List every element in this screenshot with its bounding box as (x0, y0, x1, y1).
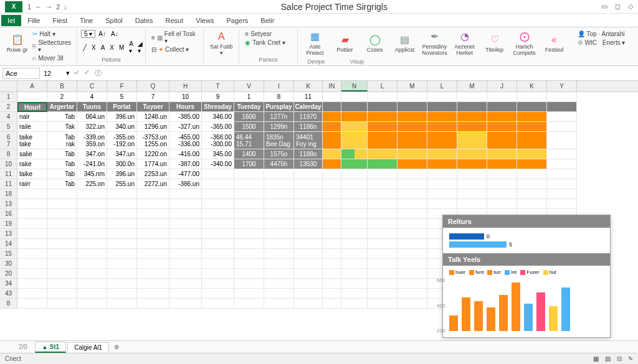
cell[interactable] (341, 179, 368, 189)
cell[interactable] (264, 239, 294, 249)
column-header[interactable]: Q (137, 81, 169, 91)
cell[interactable] (547, 132, 577, 149)
cell[interactable] (17, 209, 47, 219)
cell[interactable]: -241.0n (77, 159, 107, 169)
cell[interactable] (368, 112, 398, 122)
ribbon-tool-button[interactable]: ◔Aezenet Herket (451, 30, 478, 57)
cell[interactable] (517, 102, 547, 112)
cell[interactable] (398, 249, 427, 259)
cell[interactable] (323, 179, 341, 189)
cell[interactable] (547, 102, 577, 112)
cell[interactable] (457, 169, 487, 179)
cell[interactable] (368, 169, 398, 179)
cell[interactable] (169, 299, 202, 309)
cell[interactable]: 4475h (264, 159, 294, 169)
cell[interactable]: 300.0n (107, 159, 137, 169)
cell[interactable] (323, 189, 341, 199)
cell[interactable] (457, 92, 487, 102)
cell[interactable]: 1 (234, 92, 264, 102)
qat-item[interactable]: 1 (27, 3, 31, 11)
cell[interactable] (77, 219, 107, 229)
menu-tab[interactable]: Fiest (46, 15, 74, 26)
cell[interactable]: Tab (47, 112, 77, 122)
cell[interactable] (398, 179, 427, 189)
app-icon[interactable]: X (5, 1, 22, 12)
cell[interactable] (323, 209, 341, 219)
cell[interactable] (77, 229, 107, 239)
row-header[interactable]: 13 (0, 229, 17, 239)
column-header[interactable]: F (107, 81, 137, 91)
cell[interactable] (169, 209, 202, 219)
cell[interactable] (323, 259, 341, 269)
cell[interactable] (368, 209, 398, 219)
cell[interactable] (323, 199, 341, 209)
cell[interactable]: Tuuns (77, 102, 107, 112)
cell[interactable] (294, 199, 323, 209)
cell[interactable] (77, 269, 107, 279)
cell[interactable] (457, 189, 487, 199)
cell[interactable] (323, 102, 341, 112)
edit-icon[interactable]: ✎ (628, 355, 633, 362)
cell[interactable] (487, 189, 517, 199)
cell[interactable]: 396.un (107, 169, 137, 179)
cell[interactable] (137, 209, 169, 219)
cell[interactable] (107, 239, 137, 249)
cell[interactable]: Tuyoer (137, 102, 169, 112)
row-header[interactable]: 30 (0, 259, 17, 269)
cell[interactable] (202, 209, 234, 219)
cell[interactable] (398, 189, 427, 199)
cell[interactable]: Tuerday (234, 102, 264, 112)
cell[interactable] (323, 249, 341, 259)
cell[interactable]: 255.un (107, 179, 137, 189)
dropdown-icon[interactable]: ▾ (66, 69, 70, 77)
view-break-icon[interactable]: ⊟ (617, 355, 622, 362)
cell[interactable] (341, 209, 368, 219)
wrap-text-button[interactable]: ≡ ▦ Fell el Tosk ▾ (150, 30, 199, 45)
cell[interactable] (202, 179, 234, 189)
cell[interactable]: 1248.un (137, 112, 169, 122)
cell[interactable] (398, 229, 427, 239)
cell[interactable] (234, 229, 264, 239)
cell[interactable]: Tabrak (47, 132, 77, 149)
cell[interactable] (368, 299, 398, 309)
cell[interactable] (368, 102, 398, 112)
cell[interactable] (341, 169, 368, 179)
cell[interactable] (398, 289, 427, 299)
cell[interactable] (398, 102, 427, 112)
cell[interactable] (341, 219, 368, 229)
cell[interactable]: 1700 (234, 159, 264, 169)
menu-tab[interactable]: Fille (21, 15, 46, 26)
cell[interactable] (234, 169, 264, 179)
ribbon-tool-button[interactable]: «Festied (541, 30, 568, 57)
cell[interactable] (368, 179, 398, 189)
cell[interactable] (427, 102, 457, 112)
column-header[interactable]: N (341, 81, 368, 91)
cell[interactable] (202, 249, 234, 259)
cell[interactable] (77, 279, 107, 289)
cell[interactable] (427, 199, 457, 209)
cell[interactable] (234, 199, 264, 209)
column-header[interactable]: K (294, 81, 323, 91)
column-header[interactable]: M (457, 81, 487, 91)
cell[interactable] (517, 122, 547, 132)
cell[interactable] (398, 199, 427, 209)
cell[interactable] (202, 279, 234, 289)
cell[interactable] (368, 239, 398, 249)
cell[interactable]: 8 (264, 92, 294, 102)
cell[interactable]: -365.00 (202, 122, 234, 132)
cell[interactable] (427, 132, 457, 149)
cell[interactable] (368, 159, 398, 169)
cell[interactable] (427, 179, 457, 189)
cell[interactable] (169, 229, 202, 239)
cell[interactable] (264, 169, 294, 179)
cell[interactable] (107, 279, 137, 289)
column-header[interactable]: Y (547, 81, 577, 91)
ribbon-tool-button[interactable]: ◯Ccees (361, 30, 389, 57)
cell[interactable] (107, 249, 137, 259)
cell[interactable] (487, 169, 517, 179)
cell[interactable]: 1220.on (137, 149, 169, 159)
cell[interactable] (398, 259, 427, 269)
cell[interactable] (294, 249, 323, 259)
select-all-corner[interactable] (0, 81, 17, 91)
cell[interactable] (47, 189, 77, 199)
